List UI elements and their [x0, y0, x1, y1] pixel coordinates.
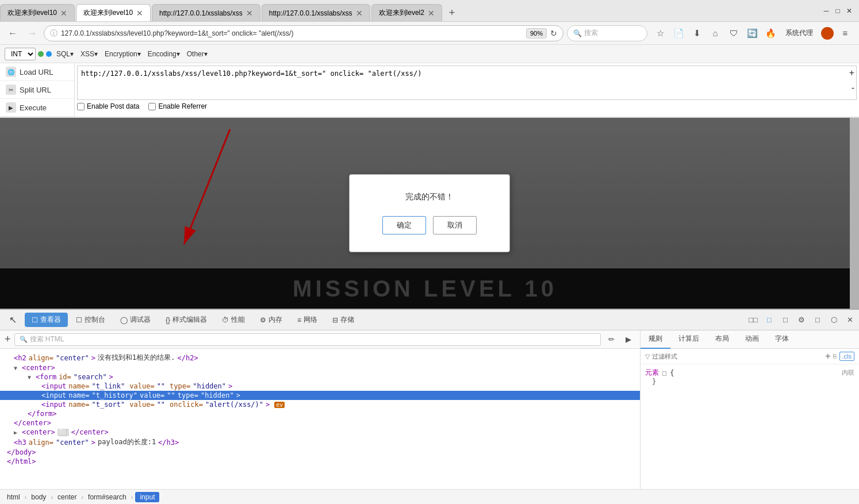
console-icon: ☐	[76, 316, 82, 324]
load-url-button[interactable]: 🌐 Load URL	[0, 63, 74, 81]
html-screenshot-btn[interactable]: ▶	[622, 333, 635, 347]
devtools-tab-debugger[interactable]: ◯ 调试器	[113, 313, 158, 327]
breadcrumb-form[interactable]: form#search	[86, 493, 129, 502]
split-url-button[interactable]: ✂ Split URL	[0, 81, 74, 99]
devtools-tab-storage[interactable]: ⊟ 存储	[325, 313, 361, 327]
css-tab-fonts[interactable]: 字体	[767, 330, 797, 349]
search-icon: 🔍	[573, 29, 582, 37]
xss-menu[interactable]: XSS▾	[78, 49, 100, 59]
css-rule-empty: }	[645, 378, 854, 386]
hackbar-url-input[interactable]: http://127.0.0.1/xsslabs/xss/level10.php…	[77, 66, 857, 100]
fire-icon[interactable]: 🔥	[764, 26, 777, 40]
tab-3[interactable]: http://127.0.0.1/xsslabs/xss ✕	[152, 4, 260, 21]
tab-4[interactable]: http://127.0.0.1/xsslabs/xss ✕	[262, 4, 370, 21]
css-cls-button[interactable]: .cls	[839, 352, 855, 361]
devtools-close-btn[interactable]: ✕	[843, 313, 857, 327]
window-controls: ─ □ ✕	[816, 0, 859, 21]
performance-icon: ⏱	[222, 316, 229, 324]
devtools-tab-console[interactable]: ☐ 控制台	[69, 313, 112, 327]
sync-icon[interactable]: 🔄	[745, 26, 759, 40]
close-button[interactable]: ✕	[844, 6, 854, 16]
alert-ok-button[interactable]: 确定	[382, 216, 426, 234]
html-line-5[interactable]: <input name="t_history" value="" type="h…	[0, 391, 640, 400]
tab-5[interactable]: 欢迎来到level2 ✕	[371, 4, 442, 21]
enable-referrer-checkbox[interactable]	[148, 103, 156, 110]
menu-icon[interactable]: ≡	[838, 26, 852, 40]
enable-referrer-label[interactable]: Enable Referrer	[148, 102, 207, 110]
enable-post-checkbox[interactable]	[77, 103, 85, 110]
tab-2[interactable]: 欢迎来到level10 ✕	[76, 4, 151, 21]
tab-3-close[interactable]: ✕	[246, 9, 253, 18]
hackbar-plus-button[interactable]: +	[849, 68, 854, 78]
maximize-button[interactable]: □	[833, 6, 843, 16]
devtools-tab-performance[interactable]: ⏱ 性能	[215, 313, 252, 327]
html-search-input-wrap[interactable]: 🔍 搜索 HTML	[14, 333, 601, 346]
sql-menu[interactable]: SQL▾	[54, 49, 76, 59]
tab-5-close[interactable]: ✕	[428, 9, 435, 18]
devtools-dock-btn[interactable]: □□	[746, 313, 760, 327]
enable-post-label[interactable]: Enable Post data	[77, 102, 139, 110]
css-tab-computed[interactable]: 计算后	[670, 330, 707, 349]
devtools-settings-btn[interactable]: ⚙	[795, 313, 808, 327]
breadcrumb-html[interactable]: html	[5, 493, 22, 502]
add-node-button[interactable]: +	[5, 333, 11, 345]
tab-1[interactable]: 欢迎来到level10 ✕	[0, 4, 75, 21]
tab-5-label: 欢迎来到level2	[379, 8, 424, 18]
encryption-menu[interactable]: Encryption▾	[102, 49, 143, 59]
devtools-dock-right-btn[interactable]: □	[779, 313, 792, 327]
minimize-button[interactable]: ─	[821, 6, 831, 16]
system-proxy-button[interactable]: 系统代理	[782, 27, 816, 39]
inspector-icon: ☐	[32, 316, 38, 324]
hackbar-minus-button[interactable]: -	[852, 83, 854, 93]
encoding-menu[interactable]: Encoding▾	[145, 49, 182, 59]
int-select[interactable]: INT	[5, 48, 36, 60]
new-tab-button[interactable]: +	[443, 4, 461, 21]
address-bar-input-wrap[interactable]: ⓘ 127.0.0.1/xsslabs/xss/level10.php?keyw…	[44, 25, 563, 41]
other-menu[interactable]: Other▾	[185, 49, 210, 59]
hackbar: 🌐 Load URL ✂ Split URL ▶ Execute http://…	[0, 63, 859, 118]
breadcrumb-current[interactable]: input	[135, 492, 159, 502]
css-tab-rules[interactable]: 规则	[641, 330, 670, 349]
breadcrumb-bar: html › body › center › form#search › inp…	[0, 489, 859, 504]
html-line-8: </center>	[0, 418, 640, 428]
shield-icon[interactable]: 🛡	[727, 26, 741, 40]
html-line-9: ▶ <center>⬜</center>	[0, 428, 640, 437]
devtools-tab-network[interactable]: ≡ 网络	[290, 313, 324, 327]
tab-1-close[interactable]: ✕	[60, 9, 67, 18]
devtools-inspector-cursor[interactable]: ↖	[2, 312, 24, 328]
devtools-expand-btn[interactable]: ⬡	[827, 313, 841, 327]
bookmark-icon[interactable]: ☆	[653, 26, 667, 40]
tab-2-close[interactable]: ✕	[136, 9, 143, 18]
search-bar[interactable]: 🔍 搜索	[567, 25, 647, 41]
html-edit-btn[interactable]: ✏	[604, 333, 618, 347]
devtools-dock-bottom-btn[interactable]: □	[762, 313, 776, 327]
devtools-tab-inspector[interactable]: ☐ 查看器	[25, 313, 68, 327]
devtools-tabs-bar: ↖ ☐ 查看器 ☐ 控制台 ◯ 调试器 {} 样式编辑器	[0, 310, 859, 330]
back-button[interactable]: ←	[5, 25, 21, 41]
reading-mode-icon[interactable]: 📄	[672, 26, 685, 40]
tab-4-close[interactable]: ✕	[356, 9, 363, 18]
download-icon[interactable]: ⬇	[690, 26, 704, 40]
breadcrumb-center[interactable]: center	[55, 493, 79, 502]
user-avatar[interactable]	[821, 27, 834, 40]
memory-icon: ⚙	[260, 316, 266, 324]
css-tab-layout[interactable]: 布局	[707, 330, 737, 349]
execute-button[interactable]: ▶ Execute	[0, 99, 74, 117]
devtools-tab-memory[interactable]: ⚙ 内存	[253, 313, 289, 327]
devtools-more-btn[interactable]: □	[811, 313, 825, 327]
breadcrumb-body[interactable]: body	[29, 493, 48, 502]
css-add-rule-btn[interactable]: +	[825, 351, 830, 361]
css-format-btn[interactable]: ⎘	[833, 353, 837, 360]
css-filter-icon: ▽	[645, 353, 650, 360]
style-editor-icon: {}	[166, 316, 170, 324]
devtools-tab-style-editor[interactable]: {} 样式编辑器	[159, 313, 214, 327]
html-search-bar: + 🔍 搜索 HTML ✏ ▶	[0, 330, 640, 349]
alert-cancel-button[interactable]: 取消	[433, 216, 477, 234]
refresh-button[interactable]: ↻	[550, 29, 557, 38]
green-dot	[38, 51, 44, 57]
breadcrumb-sep-3: ›	[81, 494, 83, 501]
breadcrumb-sep-2: ›	[51, 494, 53, 501]
css-tab-animation[interactable]: 动画	[737, 330, 767, 349]
home-icon[interactable]: ⌂	[708, 26, 722, 40]
alert-dialog: 完成的不错！ 确定 取消	[349, 174, 510, 252]
